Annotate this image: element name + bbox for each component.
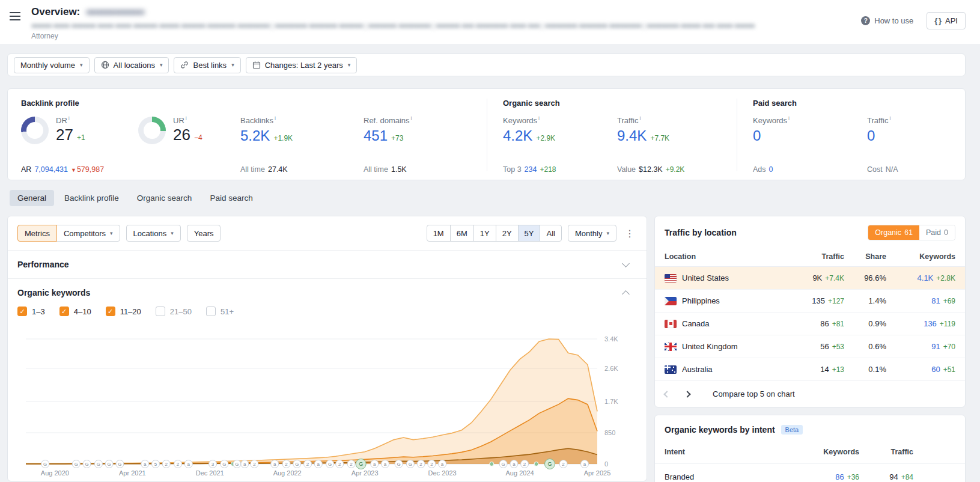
tab-organic-search[interactable]: Organic search xyxy=(129,190,200,206)
performance-section-header[interactable]: Performance xyxy=(8,250,647,278)
location-name: United Kingdom xyxy=(665,342,781,351)
ar-value-link[interactable]: 7,094,431 xyxy=(34,165,68,174)
dr-donut-gauge xyxy=(21,117,49,144)
organic-keywords-chart[interactable]: GGGGGGa522a3GGa2a2G2aG22GaaGG22aGa2G2aAu… xyxy=(17,323,638,480)
ref-domains-alltime: All time 1.5K xyxy=(364,165,475,174)
svg-text:G: G xyxy=(235,462,239,467)
beta-badge: Beta xyxy=(781,425,803,435)
next-page-icon[interactable] xyxy=(684,391,690,397)
paid-keywords-value[interactable]: 0 xyxy=(753,127,761,144)
organic-traffic-label: Traffici xyxy=(617,115,713,125)
years-button[interactable]: Years xyxy=(187,225,221,242)
how-to-use-link[interactable]: ? How to use xyxy=(861,16,913,25)
location-row-ph[interactable]: Philippines135+1271.4%81+69 xyxy=(655,290,965,313)
organic-keywords-section-header[interactable]: Organic keywords xyxy=(8,278,647,307)
backlinks-value[interactable]: 5.2K xyxy=(240,127,270,144)
intent-row[interactable]: Branded 86+36 94+84 xyxy=(655,463,965,482)
hamburger-menu-icon[interactable] xyxy=(10,11,20,20)
granularity-dropdown[interactable]: Monthly▾ xyxy=(568,225,616,242)
chevron-down-icon[interactable] xyxy=(622,260,630,267)
keywords-link[interactable]: 60 xyxy=(931,365,940,374)
paid-search-title: Paid search xyxy=(753,99,965,108)
svg-text:850: 850 xyxy=(604,429,615,436)
ref-domains-value[interactable]: 451 xyxy=(364,127,388,144)
organic-toggle-count: 61 xyxy=(904,228,913,237)
location-row-gb[interactable]: United Kingdom56+530.6%91+70 xyxy=(655,335,965,358)
ur-value: 26 xyxy=(173,126,190,144)
keyword-position-filter[interactable]: ✓4–10 xyxy=(59,307,91,316)
keyword-position-filter[interactable]: 21–50 xyxy=(156,307,192,316)
keywords-link[interactable]: 4.1K xyxy=(918,273,934,282)
toggle-organic[interactable]: Organic 61 xyxy=(868,225,919,240)
checked-checkbox[interactable]: ✓ xyxy=(106,307,115,316)
svg-text:G: G xyxy=(43,462,47,467)
keywords-delta: +51 xyxy=(943,365,955,374)
range-1m[interactable]: 1M xyxy=(427,225,451,242)
traffic-delta: +127 xyxy=(828,297,844,305)
range-6m[interactable]: 6M xyxy=(450,225,474,242)
paid-traffic-metric: Traffici 0 Cost N/A xyxy=(867,115,957,174)
location-row-au[interactable]: Australia14+130.1%60+51 xyxy=(655,358,965,381)
api-button[interactable]: { } API xyxy=(927,12,966,29)
dr-delta: +1 xyxy=(77,133,85,142)
locations-dropdown[interactable]: Locations▾ xyxy=(126,225,181,242)
svg-text:Apr 2021: Apr 2021 xyxy=(119,469,146,477)
intent-keywords-link[interactable]: 86 xyxy=(835,472,844,481)
organic-traffic-value[interactable]: 9.4K xyxy=(617,127,647,144)
keyword-position-filter[interactable]: ✓11–20 xyxy=(106,307,141,316)
url-rating-metric: URi 26 −4 xyxy=(138,115,240,174)
range-5y[interactable]: 5Y xyxy=(518,225,541,242)
svg-text:G: G xyxy=(107,462,111,467)
changes-range-dropdown[interactable]: Changes: Last 2 years▾ xyxy=(246,57,358,73)
keywords-link[interactable]: 81 xyxy=(931,296,940,305)
organic-keywords-title: Organic keywords xyxy=(17,288,90,297)
location-row-ca[interactable]: Canada86+810.9%136+119 xyxy=(655,313,965,335)
keywords-delta: +2.8K xyxy=(936,274,955,282)
ref-domains-metric: Ref. domainsi 451 +73 All time 1.5K xyxy=(364,115,475,174)
header-actions: ? How to use { } API xyxy=(861,12,966,29)
competitors-dropdown[interactable]: Competitors▾ xyxy=(56,225,120,242)
tab-general[interactable]: General xyxy=(10,190,54,206)
info-icon: i xyxy=(538,115,540,121)
col-traffic: Traffic xyxy=(781,252,844,261)
performance-title: Performance xyxy=(17,260,69,269)
checked-checkbox[interactable]: ✓ xyxy=(59,307,69,316)
range-all[interactable]: All xyxy=(540,225,561,242)
keyword-position-filter[interactable]: ✓1–3 xyxy=(17,307,45,316)
location-keywords: 136+119 xyxy=(886,319,955,328)
unchecked-checkbox[interactable] xyxy=(156,307,165,316)
tab-backlink-profile[interactable]: Backlink profile xyxy=(56,190,127,206)
target-domain-redacted: ■■■■■■■■■■■■ xyxy=(86,7,144,17)
best-links-dropdown[interactable]: Best links▾ xyxy=(174,57,240,73)
prev-page-icon[interactable] xyxy=(663,391,670,397)
keywords-link[interactable]: 91 xyxy=(931,342,940,351)
monthly-volume-label: Monthly volume xyxy=(20,61,75,70)
monthly-volume-dropdown[interactable]: Monthly volume▾ xyxy=(14,57,90,73)
more-options-icon[interactable]: ⋮ xyxy=(622,228,637,239)
toggle-paid[interactable]: Paid 0 xyxy=(919,225,955,240)
organic-search-section: Organic search Keywordsi 4.2K +2.9K Top … xyxy=(487,99,737,171)
paid-traffic-value[interactable]: 0 xyxy=(867,127,875,144)
all-locations-dropdown[interactable]: All locations▾ xyxy=(94,57,169,73)
svg-text:G: G xyxy=(547,461,552,467)
chevron-up-icon[interactable] xyxy=(622,290,630,298)
svg-text:a: a xyxy=(144,462,147,467)
metrics-button[interactable]: Metrics xyxy=(17,225,57,242)
range-2y[interactable]: 2Y xyxy=(496,225,519,242)
location-share: 0.9% xyxy=(844,319,886,328)
traffic-delta: +13 xyxy=(832,365,844,374)
ads-value-link[interactable]: 0 xyxy=(769,165,773,174)
keywords-link[interactable]: 136 xyxy=(924,319,937,328)
location-row-us[interactable]: United States9K+7.4K96.6%4.1K+2.8K xyxy=(655,267,965,290)
page-title: Overview: xyxy=(31,6,80,18)
keyword-position-filter[interactable]: 51+ xyxy=(206,307,234,316)
checked-checkbox[interactable]: ✓ xyxy=(17,307,27,316)
unchecked-checkbox[interactable] xyxy=(206,307,216,316)
top3-value-link[interactable]: 234 xyxy=(525,165,537,174)
svg-text:Apr 2025: Apr 2025 xyxy=(584,469,611,477)
tab-paid-search[interactable]: Paid search xyxy=(202,190,260,206)
range-1y[interactable]: 1Y xyxy=(473,225,496,242)
help-icon: ? xyxy=(861,16,870,25)
organic-keywords-value[interactable]: 4.2K xyxy=(503,127,532,144)
compare-top5-label[interactable]: Compare top 5 on chart xyxy=(713,389,795,398)
